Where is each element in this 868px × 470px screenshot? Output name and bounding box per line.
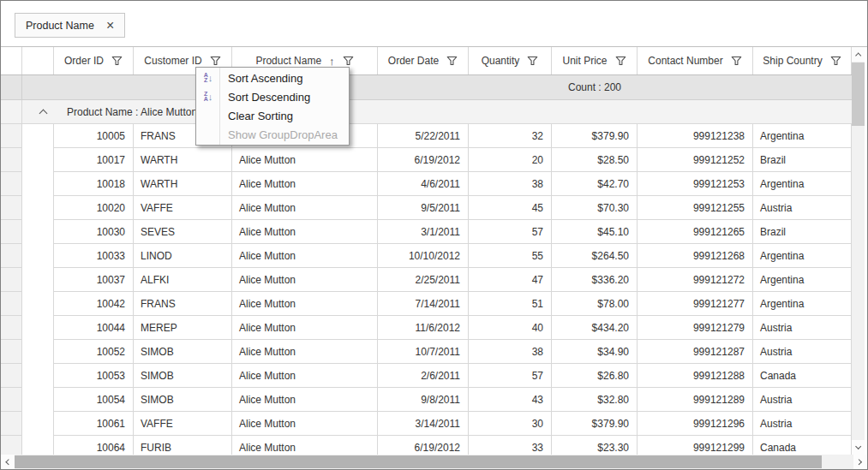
cell-productName[interactable]: Alice Mutton bbox=[232, 220, 378, 244]
row-header-cell[interactable] bbox=[1, 436, 22, 455]
cell-orderDate[interactable]: 5/22/2011 bbox=[378, 124, 469, 148]
row-header-cell[interactable] bbox=[1, 316, 22, 340]
cell-shipCountry[interactable]: Argentina bbox=[753, 268, 852, 292]
cell-orderId[interactable]: 10017 bbox=[54, 148, 134, 172]
row-header-cell[interactable] bbox=[1, 148, 22, 172]
cell-quantity[interactable]: 55 bbox=[469, 244, 552, 268]
filter-icon[interactable] bbox=[446, 56, 458, 66]
cell-customerId[interactable]: VAFFE bbox=[134, 412, 232, 436]
cell-productName[interactable]: Alice Mutton bbox=[232, 412, 378, 436]
cell-productName[interactable]: Alice Mutton bbox=[232, 196, 378, 220]
cell-orderDate[interactable]: 6/19/2012 bbox=[378, 148, 469, 172]
menu-item-sort-ascending[interactable]: AZ↓Sort Ascending bbox=[196, 68, 349, 87]
row-header-cell[interactable] bbox=[1, 268, 22, 292]
cell-orderId[interactable]: 10054 bbox=[54, 388, 134, 412]
scroll-right-button[interactable] bbox=[853, 455, 867, 469]
cell-shipCountry[interactable]: Argentina bbox=[753, 292, 852, 316]
cell-unitPrice[interactable]: $379.90 bbox=[552, 124, 638, 148]
cell-unitPrice[interactable]: $42.70 bbox=[552, 172, 638, 196]
cell-quantity[interactable]: 30 bbox=[469, 412, 552, 436]
cell-orderDate[interactable]: 6/19/2012 bbox=[378, 436, 469, 455]
cell-contactNumber[interactable]: 999121253 bbox=[638, 172, 753, 196]
cell-contactNumber[interactable]: 999121238 bbox=[638, 124, 753, 148]
row-header-cell[interactable] bbox=[1, 196, 22, 220]
cell-customerId[interactable]: WARTH bbox=[134, 148, 232, 172]
cell-orderDate[interactable]: 3/14/2011 bbox=[378, 412, 469, 436]
cell-quantity[interactable]: 33 bbox=[469, 436, 552, 455]
cell-productName[interactable]: Alice Mutton bbox=[232, 340, 378, 364]
cell-unitPrice[interactable]: $34.90 bbox=[552, 340, 638, 364]
cell-customerId[interactable]: FURIB bbox=[134, 436, 232, 455]
collapse-group-button[interactable] bbox=[37, 106, 49, 118]
filter-icon[interactable] bbox=[527, 56, 538, 66]
filter-icon[interactable] bbox=[830, 56, 841, 66]
row-header-cell[interactable] bbox=[1, 244, 22, 268]
cell-orderId[interactable]: 10020 bbox=[54, 196, 134, 220]
cell-shipCountry[interactable]: Austria bbox=[753, 196, 852, 220]
cell-shipCountry[interactable]: Canada bbox=[753, 436, 852, 455]
cell-orderDate[interactable]: 9/5/2011 bbox=[378, 196, 469, 220]
cell-shipCountry[interactable]: Argentina bbox=[753, 172, 852, 196]
cell-orderDate[interactable]: 4/6/2011 bbox=[378, 172, 469, 196]
cell-contactNumber[interactable]: 999121296 bbox=[638, 412, 753, 436]
cell-shipCountry[interactable]: Argentina bbox=[753, 244, 852, 268]
cell-unitPrice[interactable]: $28.50 bbox=[552, 148, 638, 172]
cell-contactNumber[interactable]: 999121255 bbox=[638, 196, 753, 220]
cell-quantity[interactable]: 43 bbox=[469, 388, 552, 412]
cell-productName[interactable]: Alice Mutton bbox=[232, 316, 378, 340]
cell-customerId[interactable]: SIMOB bbox=[134, 388, 232, 412]
cell-orderId[interactable]: 10064 bbox=[54, 436, 134, 455]
cell-unitPrice[interactable]: $264.50 bbox=[552, 244, 638, 268]
cell-shipCountry[interactable]: Canada bbox=[753, 364, 852, 388]
cell-orderDate[interactable]: 7/14/2011 bbox=[378, 292, 469, 316]
cell-contactNumber[interactable]: 999121299 bbox=[638, 436, 753, 455]
cell-shipCountry[interactable]: Austria bbox=[753, 388, 852, 412]
group-chip-product-name[interactable]: Product Name × bbox=[15, 13, 125, 38]
filter-icon[interactable] bbox=[111, 56, 123, 66]
cell-contactNumber[interactable]: 999121268 bbox=[638, 244, 753, 268]
cell-orderId[interactable]: 10018 bbox=[54, 172, 134, 196]
cell-unitPrice[interactable]: $26.80 bbox=[552, 364, 638, 388]
cell-orderDate[interactable]: 10/7/2011 bbox=[378, 340, 469, 364]
cell-orderDate[interactable]: 2/6/2011 bbox=[378, 364, 469, 388]
cell-contactNumber[interactable]: 999121277 bbox=[638, 292, 753, 316]
cell-customerId[interactable]: LINOD bbox=[134, 244, 232, 268]
scroll-left-button[interactable] bbox=[1, 455, 15, 469]
cell-unitPrice[interactable]: $23.30 bbox=[552, 436, 638, 455]
cell-quantity[interactable]: 38 bbox=[469, 172, 552, 196]
cell-orderDate[interactable]: 10/10/2012 bbox=[378, 244, 469, 268]
cell-productName[interactable]: Alice Mutton bbox=[232, 172, 378, 196]
cell-orderId[interactable]: 10037 bbox=[54, 268, 134, 292]
cell-shipCountry[interactable]: Austria bbox=[753, 340, 852, 364]
cell-productName[interactable]: Alice Mutton bbox=[232, 388, 378, 412]
column-header-contact-number[interactable]: Contact Number bbox=[638, 47, 753, 74]
row-header-cell[interactable] bbox=[1, 172, 22, 196]
cell-productName[interactable]: Alice Mutton bbox=[232, 364, 378, 388]
cell-orderId[interactable]: 10005 bbox=[54, 124, 134, 148]
cell-orderId[interactable]: 10061 bbox=[54, 412, 134, 436]
cell-quantity[interactable]: 57 bbox=[469, 364, 552, 388]
cell-customerId[interactable]: ALFKI bbox=[134, 268, 232, 292]
cell-customerId[interactable]: SIMOB bbox=[134, 364, 232, 388]
cell-orderId[interactable]: 10033 bbox=[54, 244, 134, 268]
cell-quantity[interactable]: 47 bbox=[469, 268, 552, 292]
cell-customerId[interactable]: SEVES bbox=[134, 220, 232, 244]
cell-shipCountry[interactable]: Austria bbox=[753, 412, 852, 436]
group-caption-band[interactable]: Product Name : Alice Mutton bbox=[22, 100, 852, 123]
group-caption-row[interactable]: Product Name : Alice Mutton bbox=[1, 100, 852, 124]
filter-icon[interactable] bbox=[731, 56, 742, 66]
cell-quantity[interactable]: 57 bbox=[469, 220, 552, 244]
scroll-up-button[interactable] bbox=[852, 47, 865, 62]
row-header-cell[interactable] bbox=[1, 124, 22, 148]
cell-productName[interactable]: Alice Mutton bbox=[232, 436, 378, 455]
filter-icon[interactable] bbox=[615, 56, 626, 66]
column-header-order-id[interactable]: Order ID bbox=[54, 47, 134, 74]
cell-customerId[interactable]: FRANS bbox=[134, 292, 232, 316]
close-icon[interactable]: × bbox=[106, 19, 114, 33]
cell-unitPrice[interactable]: $336.20 bbox=[552, 268, 638, 292]
cell-unitPrice[interactable]: $32.80 bbox=[552, 388, 638, 412]
cell-shipCountry[interactable]: Brazil bbox=[753, 148, 852, 172]
column-header-quantity[interactable]: Quantity bbox=[469, 47, 552, 74]
scroll-down-button[interactable] bbox=[852, 440, 865, 455]
cell-orderId[interactable]: 10042 bbox=[54, 292, 134, 316]
